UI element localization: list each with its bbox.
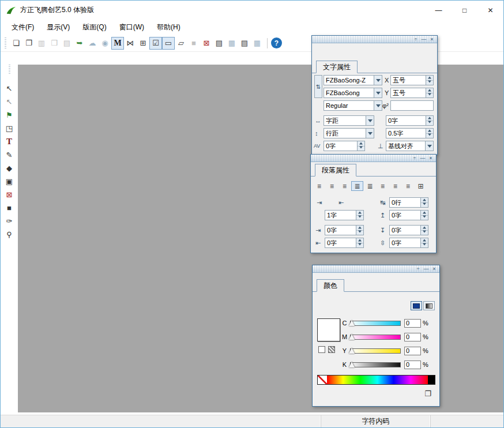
- chevron-down-icon[interactable]: [374, 88, 382, 97]
- valign-bottom-button[interactable]: ≡: [402, 181, 414, 191]
- first-line-indent-field[interactable]: 1字: [325, 210, 364, 220]
- gradient-fill-mode-button[interactable]: [423, 301, 435, 310]
- spinner-up-icon[interactable]: [421, 211, 428, 215]
- spinner-up-icon[interactable]: [421, 198, 428, 202]
- text-tool[interactable]: T: [3, 136, 16, 148]
- cut-tool[interactable]: ⊠: [3, 189, 16, 201]
- baseline-align-combo[interactable]: 基线对齐: [386, 141, 434, 151]
- vertical-text-toggle[interactable]: ⇅: [314, 75, 322, 98]
- text-list-button[interactable]: ▤: [213, 37, 225, 50]
- space-before-field[interactable]: 0行: [389, 197, 428, 208]
- zoom-tool[interactable]: ⚲: [3, 228, 16, 241]
- minimize-button[interactable]: —: [423, 266, 429, 272]
- rollup-button[interactable]: ÷: [413, 36, 419, 42]
- spinner-up-icon[interactable]: [426, 116, 433, 121]
- line-spacing-combo[interactable]: 行距: [324, 128, 374, 138]
- spinner-down-icon[interactable]: [356, 243, 363, 248]
- menu-help[interactable]: 帮助(H): [151, 20, 187, 35]
- spinner-up-icon[interactable]: [356, 238, 363, 243]
- first-line-indent-icon[interactable]: ⇥: [317, 199, 322, 207]
- close-button[interactable]: ×: [431, 266, 437, 272]
- spinner-up-icon[interactable]: [426, 88, 433, 93]
- close-button[interactable]: ×: [428, 155, 434, 161]
- slider-thumb[interactable]: [349, 320, 355, 326]
- pencil-tool[interactable]: ✎: [3, 149, 16, 161]
- chevron-down-icon[interactable]: [425, 141, 433, 151]
- spinner-down-icon[interactable]: [358, 146, 364, 151]
- spinner-up-icon[interactable]: [358, 141, 364, 146]
- spinner-down-icon[interactable]: [421, 230, 428, 235]
- close-button[interactable]: ×: [429, 36, 435, 42]
- palette-titlebar[interactable]: ÷ — ×: [311, 155, 436, 162]
- spinner-up-icon[interactable]: [426, 129, 433, 133]
- menu-view[interactable]: 显示(V): [40, 20, 76, 35]
- rect-frame-button[interactable]: ▭: [162, 37, 175, 50]
- no-color-button[interactable]: [318, 346, 325, 353]
- valign-middle-button[interactable]: ≡: [389, 181, 401, 191]
- spinner-up-icon[interactable]: [421, 238, 428, 243]
- tab-color[interactable]: 颜色: [317, 279, 344, 292]
- magenta-slider[interactable]: [350, 335, 401, 340]
- dotted-frame-2-button[interactable]: ▦: [251, 37, 264, 50]
- black-swatch[interactable]: [428, 376, 435, 384]
- kerning-value-field[interactable]: 0字: [324, 141, 365, 151]
- slider-thumb[interactable]: [349, 348, 355, 354]
- stamp-button[interactable]: ☁: [86, 37, 99, 50]
- minimize-button[interactable]: —: [426, 1, 452, 20]
- line-spacing-value-field[interactable]: 0.5字: [386, 128, 434, 138]
- import-button[interactable]: ➥: [73, 37, 86, 50]
- char-spacing-value-field[interactable]: 0字: [386, 115, 434, 126]
- close-document-button[interactable]: ❒: [48, 37, 61, 50]
- link-frames-button[interactable]: ⋈: [124, 37, 137, 50]
- align-grid-button[interactable]: ⊞: [415, 181, 427, 191]
- spinner-up-icon[interactable]: [356, 211, 363, 215]
- spinner-down-icon[interactable]: [421, 202, 428, 208]
- table-button[interactable]: ⊞: [137, 37, 149, 50]
- tab-paragraph-properties[interactable]: 段落属性: [315, 164, 356, 177]
- spinner-down-icon[interactable]: [426, 80, 433, 85]
- cyan-slider[interactable]: [350, 321, 401, 326]
- font-style-combo[interactable]: Regular: [324, 100, 382, 111]
- text-block-button[interactable]: M: [111, 37, 124, 50]
- select-tool[interactable]: ↖: [3, 82, 16, 95]
- chevron-down-icon[interactable]: [374, 101, 382, 110]
- menu-layout[interactable]: 版面(Q): [76, 20, 112, 35]
- spinner-down-icon[interactable]: [421, 215, 428, 220]
- font-family-combo[interactable]: FZBaoSong-Z: [324, 75, 382, 85]
- size-x-combo[interactable]: 五号: [390, 75, 434, 85]
- minimize-button[interactable]: —: [421, 36, 427, 42]
- spinner-down-icon[interactable]: [426, 93, 433, 98]
- copy-color-button[interactable]: ❐: [422, 389, 434, 399]
- drop-cap-lines-field[interactable]: 0字: [389, 225, 428, 235]
- minimize-button[interactable]: —: [420, 155, 426, 161]
- black-value-field[interactable]: 0: [404, 361, 421, 369]
- image-tool[interactable]: ▣: [3, 175, 16, 187]
- hanging-indent-icon[interactable]: ⇤: [338, 199, 344, 207]
- slider-thumb[interactable]: [349, 362, 355, 367]
- close-button[interactable]: ✕: [477, 1, 503, 20]
- rollup-button[interactable]: ÷: [412, 155, 418, 161]
- polygon-frame-button[interactable]: ▱: [175, 37, 187, 50]
- magenta-value-field[interactable]: 0: [404, 333, 421, 341]
- dotted-frame-button[interactable]: ▦: [225, 37, 238, 50]
- spinner-down-icon[interactable]: [421, 243, 428, 248]
- left-indent-field[interactable]: 0字: [325, 225, 364, 235]
- valign-top-button[interactable]: ≡: [377, 181, 389, 191]
- align-force-justify-button[interactable]: ≣: [364, 181, 376, 191]
- color-spectrum-bar[interactable]: [317, 375, 435, 385]
- black-slider[interactable]: [350, 362, 401, 367]
- menu-file[interactable]: 文件(F): [5, 20, 40, 35]
- right-indent-field[interactable]: 0字: [325, 238, 364, 248]
- angle-field[interactable]: [390, 100, 434, 111]
- print-button[interactable]: ▤: [61, 37, 73, 50]
- cyan-value-field[interactable]: 0: [404, 319, 421, 328]
- tool-palette-grip[interactable]: [9, 65, 10, 75]
- maximize-button[interactable]: □: [452, 1, 477, 20]
- drop-cap-chars-field[interactable]: 0字: [389, 238, 428, 248]
- palette-titlebar[interactable]: ÷ — ×: [313, 265, 439, 273]
- tab-text-properties[interactable]: 文字属性: [316, 61, 358, 73]
- align-justify-button[interactable]: ≣: [351, 181, 363, 191]
- align-right-button[interactable]: ≡: [338, 181, 351, 191]
- check-frame-button[interactable]: ☑: [149, 37, 162, 50]
- open-document-button[interactable]: ❐: [22, 37, 35, 50]
